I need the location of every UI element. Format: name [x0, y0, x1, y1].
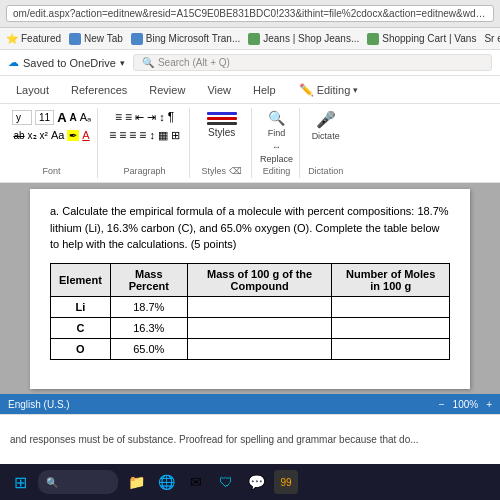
taskbar-edge[interactable]: 🌐	[154, 470, 178, 494]
taskbar: ⊞ 🔍 📁 🌐 ✉ 🛡 💬 99	[0, 464, 500, 500]
border-btn[interactable]: ⊞	[171, 129, 180, 142]
font-color-a-btn[interactable]: A	[82, 129, 89, 141]
zoom-minus-btn[interactable]: −	[439, 399, 445, 410]
document-area: a. Calculate the empirical formula of a …	[0, 183, 500, 394]
dictate-button[interactable]: 🎤 Dictate	[312, 110, 340, 141]
taskbar-badge[interactable]: 99	[274, 470, 298, 494]
align-center-btn[interactable]: ≡	[119, 128, 126, 142]
tab-references[interactable]: References	[61, 80, 137, 100]
show-formatting-btn[interactable]: ¶	[168, 110, 174, 124]
onedrive-label[interactable]: ☁ Saved to OneDrive ▾	[8, 56, 125, 69]
onedrive-bar: ☁ Saved to OneDrive ▾ 🔍 Search (Alt + Q)	[0, 50, 500, 76]
taskbar-explorer[interactable]: 📁	[124, 470, 148, 494]
bookmarks-bar: ⭐ Featured New Tab Bing Microsoft Tran..…	[0, 28, 500, 50]
status-bar: English (U.S.) − 100% +	[0, 394, 500, 414]
dictation-group-label: Dictation	[308, 166, 343, 176]
align-list-btn[interactable]: ≡	[115, 110, 122, 124]
highlight-btn[interactable]: ✒	[67, 130, 79, 141]
chevron-down-icon: ▾	[120, 58, 125, 68]
number-list-btn[interactable]: ≡	[125, 110, 132, 124]
strikethrough-btn[interactable]: ab	[13, 130, 24, 141]
mass-percent-o: 65.0%	[110, 338, 187, 359]
find-button[interactable]: 🔍 Find	[268, 110, 286, 138]
bottom-preview: and responses must be of substance. Proo…	[0, 414, 500, 464]
search-icon: 🔍	[142, 57, 154, 68]
paragraph-group: ≡ ≡ ⇤ ⇥ ↕ ¶ ≡ ≡ ≡ ≡ ↕ ▦ ⊞ Paragraph	[100, 108, 190, 178]
paragraph-top-controls: ≡ ≡ ⇤ ⇥ ↕ ¶	[115, 110, 174, 124]
font-controls: y 11 A A Aₐ	[12, 110, 91, 125]
search-icon: 🔍	[268, 110, 285, 126]
align-right-btn[interactable]: ≡	[129, 128, 136, 142]
mass-percent-li: 18.7%	[110, 296, 187, 317]
paragraph-bottom-controls: ≡ ≡ ≡ ≡ ↕ ▦ ⊞	[109, 128, 180, 142]
tab-layout[interactable]: Layout	[6, 80, 59, 100]
editing-group: 🔍 Find ↔ Replace Editing	[254, 108, 300, 178]
font-color-btn[interactable]: Aa	[51, 129, 64, 141]
styles-button[interactable]: Styles	[203, 110, 241, 140]
search-box[interactable]: 🔍 Search (Alt + Q)	[133, 54, 492, 71]
subscript-btn[interactable]: x₂	[28, 130, 37, 141]
tab-icon	[69, 33, 81, 45]
chevron-down-icon: ▾	[353, 85, 358, 95]
indent-increase-btn[interactable]: ⇥	[147, 111, 156, 124]
zoom-plus-btn[interactable]: +	[486, 399, 492, 410]
style-line-3	[207, 122, 237, 125]
style-line-1	[207, 112, 237, 115]
font-grow-btn[interactable]: A	[57, 110, 66, 125]
taskbar-search[interactable]: 🔍	[38, 470, 118, 494]
sort-btn[interactable]: ↕	[159, 111, 165, 123]
bookmark-bing[interactable]: Bing Microsoft Tran...	[131, 33, 240, 45]
vans-icon	[367, 33, 379, 45]
styles-group: Styles Styles ⌫	[192, 108, 252, 178]
taskbar-teams[interactable]: 💬	[244, 470, 268, 494]
indent-decrease-btn[interactable]: ⇤	[135, 111, 144, 124]
bottom-text: and responses must be of substance. Proo…	[10, 434, 419, 445]
shading-btn[interactable]: ▦	[158, 129, 168, 142]
element-li: Li	[51, 296, 111, 317]
replace-button[interactable]: ↔ Replace	[260, 142, 293, 164]
bookmark-jeans[interactable]: Jeans | Shop Jeans...	[248, 33, 359, 45]
element-c: C	[51, 317, 111, 338]
font-format-btn[interactable]: Aₐ	[80, 111, 91, 124]
question-text: a. Calculate the empirical formula of a …	[50, 203, 450, 253]
document-page[interactable]: a. Calculate the empirical formula of a …	[30, 189, 470, 389]
table-row-c: C 16.3%	[51, 317, 450, 338]
bing-icon	[131, 33, 143, 45]
font-format-controls: ab x₂ x² Aa ✒ A	[13, 129, 89, 141]
cloud-icon: ☁	[8, 56, 19, 69]
align-justify-btn[interactable]: ≡	[139, 128, 146, 142]
num-moles-o	[332, 338, 450, 359]
style-line-2	[207, 117, 237, 120]
tab-editing[interactable]: ✏️ Editing ▾	[288, 78, 370, 102]
mass-percent-c: 16.3%	[110, 317, 187, 338]
font-group: y 11 A A Aₐ ab x₂ x² Aa ✒ A Font	[6, 108, 98, 178]
editing-group-label: Editing	[263, 166, 291, 176]
taskbar-mail[interactable]: ✉	[184, 470, 208, 494]
superscript-btn[interactable]: x²	[40, 130, 48, 141]
col-header-element: Element	[51, 263, 111, 296]
zoom-level: 100%	[453, 399, 479, 410]
chemistry-table: Element Mass Percent Mass of 100 g of th…	[50, 263, 450, 360]
url-bar[interactable]: om/edit.aspx?action=editnew&resid=A15C9E…	[6, 5, 494, 22]
tab-help[interactable]: Help	[243, 80, 286, 100]
tab-review[interactable]: Review	[139, 80, 195, 100]
line-spacing-btn[interactable]: ↕	[149, 129, 155, 141]
bookmark-sr[interactable]: Sr ex	[484, 33, 500, 44]
styles-group-label: Styles ⌫	[202, 166, 242, 176]
language-indicator[interactable]: English (U.S.)	[8, 399, 70, 410]
col-header-mass-100g: Mass of 100 g of the Compound	[187, 263, 332, 296]
num-moles-li	[332, 296, 450, 317]
jeans-icon	[248, 33, 260, 45]
bookmark-vans[interactable]: Shopping Cart | Vans	[367, 33, 476, 45]
replace-icon: ↔	[272, 142, 281, 152]
font-shrink-btn[interactable]: A	[70, 112, 77, 123]
tab-view[interactable]: View	[197, 80, 241, 100]
mass-100g-c	[187, 317, 332, 338]
col-header-mass-percent: Mass Percent	[110, 263, 187, 296]
windows-start-btn[interactable]: ⊞	[8, 470, 32, 494]
paragraph-group-label: Paragraph	[124, 166, 166, 176]
align-left-btn[interactable]: ≡	[109, 128, 116, 142]
bookmark-newtab[interactable]: New Tab	[69, 33, 123, 45]
bookmark-featured[interactable]: ⭐ Featured	[6, 33, 61, 44]
taskbar-defender[interactable]: 🛡	[214, 470, 238, 494]
